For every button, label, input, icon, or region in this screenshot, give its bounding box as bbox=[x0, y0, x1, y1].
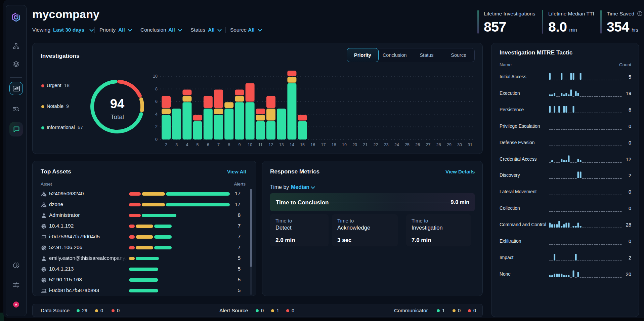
svg-text:8: 8 bbox=[155, 87, 158, 91]
svg-text:6: 6 bbox=[207, 143, 209, 147]
svg-text:10: 10 bbox=[153, 74, 158, 79]
svg-text:24: 24 bbox=[394, 143, 399, 147]
svg-text:5: 5 bbox=[197, 143, 199, 147]
svg-text:14: 14 bbox=[290, 143, 294, 147]
svg-text:31: 31 bbox=[468, 143, 472, 147]
svg-text:0: 0 bbox=[155, 137, 158, 142]
svg-text:11: 11 bbox=[258, 143, 263, 147]
svg-text:4: 4 bbox=[155, 112, 158, 117]
svg-text:4: 4 bbox=[186, 143, 188, 147]
svg-text:6: 6 bbox=[155, 99, 158, 104]
svg-text:15: 15 bbox=[300, 143, 305, 147]
svg-text:23: 23 bbox=[384, 143, 389, 147]
svg-text:2: 2 bbox=[155, 124, 158, 129]
svg-text:9: 9 bbox=[238, 143, 241, 147]
svg-text:28: 28 bbox=[436, 143, 441, 147]
svg-text:19: 19 bbox=[342, 143, 347, 147]
svg-text:10: 10 bbox=[248, 143, 252, 147]
svg-text:2: 2 bbox=[165, 143, 167, 147]
svg-text:16: 16 bbox=[310, 143, 315, 147]
svg-text:7: 7 bbox=[217, 143, 220, 147]
svg-text:30: 30 bbox=[457, 143, 462, 147]
svg-text:8: 8 bbox=[228, 143, 230, 147]
svg-text:26: 26 bbox=[415, 143, 420, 147]
svg-text:13: 13 bbox=[279, 143, 284, 147]
svg-text:3: 3 bbox=[175, 143, 178, 147]
svg-text:20: 20 bbox=[352, 143, 357, 147]
svg-text:25: 25 bbox=[405, 143, 410, 147]
svg-text:29: 29 bbox=[447, 143, 452, 147]
svg-text:18: 18 bbox=[332, 143, 336, 147]
svg-text:17: 17 bbox=[321, 143, 326, 147]
svg-text:22: 22 bbox=[374, 143, 378, 147]
svg-text:12: 12 bbox=[269, 143, 273, 147]
svg-text:21: 21 bbox=[363, 143, 368, 147]
svg-text:27: 27 bbox=[426, 143, 431, 147]
